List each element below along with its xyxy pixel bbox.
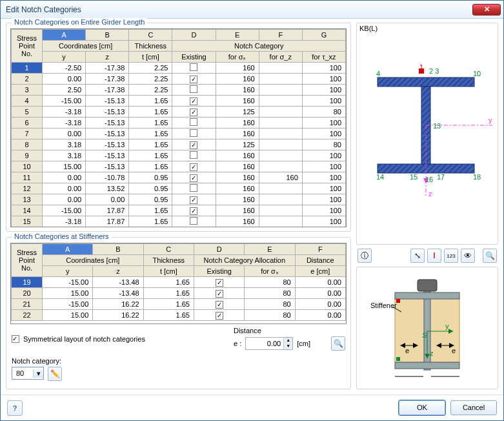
e-label: e : (234, 340, 241, 347)
existing-checkbox[interactable] (216, 290, 223, 298)
group-entire-length: Notch Categories on Entire Girder Length… (6, 23, 351, 232)
existing-checkbox[interactable] (216, 279, 223, 287)
existing-checkbox[interactable] (190, 129, 197, 137)
preview-caption: KB(L) (359, 25, 378, 32)
spin-up-icon[interactable]: ▲ (283, 338, 292, 344)
group-stiffeners: Notch Categories at Stiffeners StressPoi… (6, 237, 351, 389)
table-row[interactable]: 19-15.00-13.481.65800.00 (12, 277, 346, 288)
titlebar: Edit Notch Categories ✕ (1, 1, 503, 19)
svg-text:y: y (489, 116, 492, 124)
table-row[interactable]: 14-15.0017.871.65160100 (12, 205, 346, 216)
svg-rect-2 (378, 77, 474, 87)
svg-text:15: 15 (410, 173, 418, 181)
section-svg: y z 4 10 14 15 16 17 18 1 2 3 13 (357, 23, 498, 211)
existing-checkbox[interactable] (190, 63, 197, 71)
table-row[interactable]: 4-15.00-15.131.65160100 (12, 96, 346, 107)
close-button[interactable]: ✕ (472, 4, 501, 15)
info-button[interactable]: ⓘ (358, 249, 372, 263)
notch-category-label: Notch category: (12, 357, 62, 365)
existing-checkbox[interactable] (190, 163, 197, 171)
existing-checkbox[interactable] (216, 312, 223, 320)
svg-text:16: 16 (425, 176, 433, 183)
e-input[interactable] (246, 338, 283, 349)
zoom-button[interactable]: 🔍 (483, 249, 497, 263)
existing-checkbox[interactable] (190, 151, 197, 159)
svg-text:e: e (405, 347, 409, 354)
table-row[interactable]: 70.00-15.131.65160100 (12, 128, 346, 139)
e-unit: [cm] (297, 340, 310, 347)
table-row[interactable]: 5-3.18-15.131.6512580 (12, 107, 346, 118)
svg-text:z: z (430, 349, 434, 357)
svg-text:z: z (428, 190, 432, 198)
spin-down-icon[interactable]: ▼ (283, 344, 292, 349)
e-spinner[interactable]: ▲▼ (245, 337, 293, 350)
existing-checkbox[interactable] (216, 301, 223, 309)
existing-checkbox[interactable] (190, 184, 197, 192)
svg-text:13: 13 (433, 122, 441, 130)
existing-checkbox[interactable] (190, 76, 197, 83)
table-row[interactable]: 83.18-15.131.6512580 (12, 139, 346, 150)
table-row[interactable]: 15-3.1817.871.65160100 (12, 216, 346, 227)
visibility-button[interactable]: 👁 (461, 249, 475, 263)
group1-legend: Notch Categories on Entire Girder Length (12, 18, 147, 26)
section-preview: KB(L) y z 4 10 (356, 23, 498, 245)
existing-checkbox[interactable] (190, 141, 197, 149)
cancel-button[interactable]: Cancel (450, 400, 497, 415)
table-entire-length[interactable]: StressPoint No.ABCDEFGCoordinates [cm]Th… (11, 29, 346, 227)
notch-category-combo[interactable]: 80 ▾ (12, 367, 44, 380)
symm-label: Symmetrical layout of notch categories (23, 335, 145, 343)
existing-checkbox[interactable] (190, 174, 197, 182)
stiffener-label: Stiffener (370, 302, 397, 309)
existing-checkbox[interactable] (190, 118, 197, 126)
numbers-button[interactable]: 123 (444, 249, 458, 263)
ibeam-button[interactable]: I (427, 249, 441, 263)
svg-text:y: y (445, 322, 449, 330)
table-row[interactable]: 20.00-17.382.25160100 (12, 74, 346, 85)
ok-button[interactable]: OK (399, 400, 445, 415)
table-row[interactable]: 6-3.18-15.131.65160100 (12, 118, 346, 128)
group2-legend: Notch Categories at Stiffeners (12, 232, 112, 240)
table-row[interactable]: 2015.00-13.481.65800.00 (12, 288, 346, 299)
stiffener-diagram: Stiffener S y z e e (356, 267, 498, 389)
existing-checkbox[interactable] (190, 98, 197, 105)
svg-rect-44 (396, 299, 400, 303)
svg-text:18: 18 (473, 173, 481, 181)
existing-checkbox[interactable] (190, 207, 197, 215)
svg-rect-23 (395, 293, 459, 299)
axes-button[interactable]: ⤡ (410, 249, 425, 263)
notch-category-value: 80 (12, 369, 33, 377)
table-row[interactable]: 21-15.0016.221.65800.00 (12, 299, 346, 310)
table-row[interactable]: 1-2.50-17.382.25160100 (12, 63, 346, 74)
table-row[interactable]: 93.18-15.131.65160100 (12, 150, 346, 161)
existing-checkbox[interactable] (190, 196, 197, 204)
svg-text:17: 17 (437, 173, 445, 181)
preview-toolbar: ⓘ ⤡ I 123 👁 🔍 (356, 249, 498, 263)
svg-text:2 3: 2 3 (429, 67, 439, 75)
help-button[interactable]: ? (7, 400, 23, 416)
window-title: Edit Notch Categories (6, 5, 472, 14)
table-row[interactable]: 110.00-10.780.95160160100 (12, 172, 346, 183)
svg-text:10: 10 (473, 70, 481, 77)
svg-rect-20 (419, 68, 424, 74)
existing-checkbox[interactable] (190, 217, 197, 225)
svg-rect-45 (396, 357, 400, 361)
chevron-down-icon[interactable]: ▾ (33, 369, 43, 378)
svg-text:S: S (422, 331, 427, 339)
pick-distance-button[interactable]: 🔍 (331, 336, 345, 351)
table-stiffeners[interactable]: StressPoint No.ABCDEFCoordinates [cm]Thi… (11, 243, 346, 321)
svg-text:e: e (452, 347, 456, 354)
table-row[interactable]: 2215.0016.221.65800.00 (12, 310, 346, 321)
svg-text:14: 14 (376, 173, 384, 181)
table-row[interactable]: 120.0013.520.95160100 (12, 183, 346, 194)
table-row[interactable]: 1015.00-15.131.65160100 (12, 161, 346, 172)
distance-label: Distance (234, 327, 261, 334)
existing-checkbox[interactable] (190, 108, 197, 116)
svg-text:4: 4 (376, 70, 380, 77)
table-row[interactable]: 160.0017.871.65160100 (12, 227, 346, 228)
table-row[interactable]: 32.50-17.382.25160100 (12, 85, 346, 96)
symm-checkbox[interactable] (12, 335, 19, 343)
pick-category-button[interactable]: ✏️ (48, 367, 62, 381)
svg-rect-25 (418, 280, 437, 291)
table-row[interactable]: 130.000.000.95160100 (12, 194, 346, 205)
existing-checkbox[interactable] (190, 85, 197, 93)
